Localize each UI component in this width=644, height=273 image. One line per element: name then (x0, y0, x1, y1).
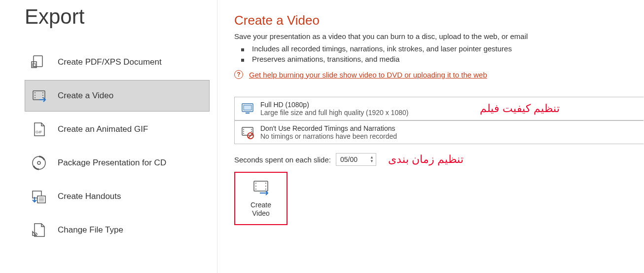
bullet-mark (241, 48, 244, 51)
create-video-icon (251, 179, 271, 198)
handouts-icon (30, 188, 48, 205)
bullet-text: Preserves animations, transitions, and m… (252, 55, 399, 63)
timings-dropdown[interactable]: Don't Use Recorded Timings and Narration… (234, 120, 644, 144)
help-link[interactable]: Get help burning your slide show video t… (249, 71, 487, 79)
video-quality-dropdown[interactable]: Full HD (1080p) Large file size and full… (234, 97, 644, 120)
seconds-per-slide-input[interactable]: 05/00 ▲ ▼ (336, 153, 376, 166)
seconds-value: 05/00 (340, 156, 358, 163)
svg-point-12 (37, 161, 40, 164)
detail-title: Create a Video (234, 13, 644, 28)
bullet-text: Includes all recorded timings, narration… (252, 44, 512, 53)
detail-pane: Create a Video Save your presentation as… (217, 0, 644, 273)
seconds-per-slide-label: Seconds spent on each slide: (234, 156, 331, 164)
seconds-stepper[interactable]: ▲ ▼ (370, 156, 374, 163)
svg-point-34 (265, 183, 266, 184)
svg-rect-20 (246, 113, 250, 114)
help-icon: ? (234, 70, 243, 79)
monitor-icon (235, 101, 260, 116)
svg-point-6 (35, 97, 36, 98)
sidebar-item-label: Change File Type (58, 225, 123, 235)
quality-annotation: تنظیم کیفیت فیلم (480, 102, 560, 115)
svg-text:GIF: GIF (36, 130, 42, 134)
svg-point-25 (251, 129, 252, 130)
svg-point-35 (265, 186, 266, 187)
page-title: Export (25, 5, 217, 29)
sidebar-item-create-handouts[interactable]: Create Handouts (25, 181, 210, 212)
timings-subtitle: No timings or narrations have been recor… (260, 132, 397, 140)
bullet-item: Includes all recorded timings, narration… (241, 44, 644, 53)
detail-bullets: Includes all recorded timings, narration… (241, 44, 644, 63)
svg-point-22 (243, 129, 244, 130)
sidebar-item-label: Create Handouts (58, 192, 121, 201)
pdf-icon (30, 53, 48, 71)
sidebar-item-change-file-type[interactable]: Change File Type (25, 214, 210, 246)
detail-description: Save your presentation as a video that y… (234, 32, 644, 40)
create-video-label: Create Video (250, 201, 271, 218)
quality-subtitle: Large file size and full high quality (1… (260, 109, 408, 117)
svg-point-23 (243, 131, 244, 132)
sidebar-item-label: Create an Animated GIF (58, 124, 148, 134)
change-file-type-icon (30, 221, 48, 239)
svg-point-8 (42, 95, 43, 96)
svg-rect-0 (34, 56, 42, 67)
svg-point-24 (243, 133, 244, 134)
svg-point-26 (251, 131, 252, 132)
svg-point-5 (35, 95, 36, 96)
svg-point-31 (255, 183, 256, 184)
svg-point-33 (255, 189, 256, 190)
svg-point-4 (35, 92, 36, 93)
filmstrip-no-icon (235, 125, 260, 140)
svg-point-7 (42, 92, 43, 93)
seconds-annotation: تنظیم زمان بندی (388, 153, 464, 166)
sidebar-item-create-video[interactable]: Create a Video (25, 80, 210, 112)
gif-icon: GIF (30, 120, 48, 138)
stepper-down-icon[interactable]: ▼ (370, 159, 374, 163)
svg-line-29 (249, 134, 252, 138)
svg-point-32 (255, 186, 256, 187)
quality-title: Full HD (1080p) (260, 101, 408, 109)
sidebar-item-label: Create PDF/XPS Document (58, 57, 162, 67)
bullet-item: Preserves animations, transitions, and m… (241, 55, 644, 63)
sidebar-item-animated-gif[interactable]: GIF Create an Animated GIF (25, 114, 210, 145)
sidebar-item-label: Package Presentation for CD (58, 158, 166, 168)
svg-rect-19 (244, 105, 251, 110)
svg-rect-2 (33, 64, 36, 67)
cd-icon (30, 154, 48, 172)
sidebar-item-package-cd[interactable]: Package Presentation for CD (25, 147, 210, 179)
sidebar-item-label: Create a Video (58, 91, 113, 101)
svg-point-36 (265, 189, 266, 190)
bullet-mark (241, 59, 244, 62)
create-video-button[interactable]: Create Video (234, 172, 287, 225)
export-sidebar: Export Create PDF/XPS Document (0, 0, 217, 273)
video-icon (30, 87, 48, 105)
timings-title: Don't Use Recorded Timings and Narration… (260, 124, 397, 132)
sidebar-item-pdf-xps[interactable]: Create PDF/XPS Document (25, 46, 210, 78)
